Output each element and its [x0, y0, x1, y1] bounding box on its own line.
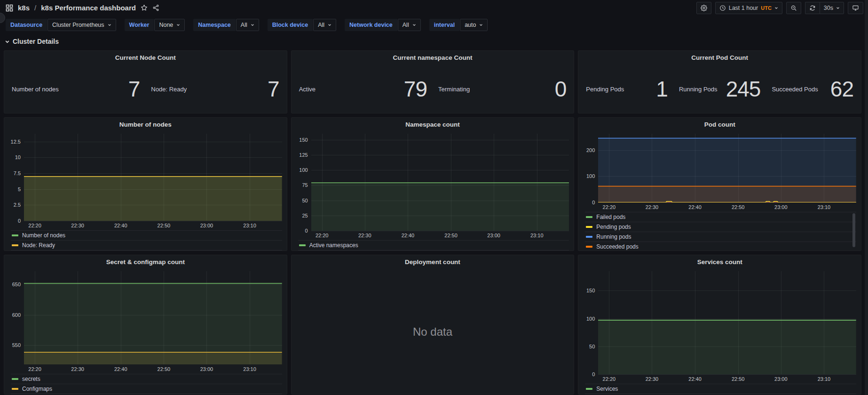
magnifier-minus-icon	[790, 5, 797, 11]
legend-item[interactable]: secrets	[11, 374, 282, 384]
section-collapse-icon	[5, 39, 10, 44]
x-axis-tick-label: 23:00	[774, 204, 788, 210]
plot-canvas[interactable]	[24, 134, 282, 221]
legend-swatch	[586, 388, 592, 390]
x-axis-tick-label: 23:10	[530, 233, 544, 238]
breadcrumb-app[interactable]: k8s	[18, 4, 30, 12]
panel-title[interactable]: Current Pod Count	[578, 51, 861, 65]
plot-area: 02.557.51012.5	[7, 134, 282, 221]
stat-label: Succeeded Pods	[772, 86, 818, 93]
dashboard-grid: Current Node Count Number of nodes 7 Nod…	[0, 50, 868, 395]
panel-title[interactable]: Pod count	[578, 118, 861, 132]
x-axis-tick-label: 22:20	[28, 366, 41, 372]
plot-canvas[interactable]	[598, 271, 856, 374]
plot-canvas[interactable]	[598, 134, 856, 202]
var-value-network-device[interactable]: All	[398, 19, 421, 31]
time-range-button[interactable]: Last 1 hour UTC	[715, 2, 782, 14]
x-axis-tick-label: 22:30	[71, 366, 84, 372]
chevron-down-icon	[479, 23, 483, 27]
plot-canvas[interactable]	[311, 134, 569, 231]
timeseries-chart: 02.557.51012.522:2022:3022:4022:5023:002…	[4, 132, 287, 250]
x-axis-tick-label: 22:40	[688, 204, 702, 210]
zoom-out-button[interactable]	[786, 2, 801, 14]
favorite-star-button[interactable]	[141, 4, 148, 11]
share-button[interactable]	[152, 4, 159, 11]
var-label-network-device: Network device	[345, 19, 397, 31]
panel-title[interactable]: Current Node Count	[4, 51, 287, 65]
var-value-datasource[interactable]: Cluster Prometheus	[47, 19, 116, 31]
legend-swatch	[299, 244, 306, 246]
panel-current-node-count: Current Node Count Number of nodes 7 Nod…	[4, 50, 287, 113]
tv-kiosk-button[interactable]	[848, 2, 863, 14]
section-cluster-details[interactable]: Cluster Details	[0, 34, 868, 50]
y-axis: 02.557.51012.5	[7, 134, 24, 221]
legend-item[interactable]: Succeeded pods	[585, 242, 856, 251]
panel-number-of-nodes: Number of nodes 02.557.51012.522:2022:30…	[4, 117, 287, 251]
refresh-interval-dropdown[interactable]: 30s	[820, 2, 844, 14]
legend-item[interactable]: Configmaps	[11, 384, 282, 394]
gear-icon	[701, 5, 707, 11]
legend-item[interactable]: Failed pods	[585, 212, 856, 222]
y-axis-tick-label: 50	[589, 344, 595, 349]
legend-label: Active namespaces	[309, 242, 358, 249]
y-axis-tick-label: 550	[12, 342, 21, 348]
y-axis-tick-label: 75	[302, 182, 308, 188]
stat-label: Node: Ready	[151, 86, 187, 93]
breadcrumb-dashboard-title[interactable]: k8s Performance dashboard	[41, 4, 136, 12]
panel-services-count: Services count 05010015022:2022:3022:402…	[578, 255, 861, 395]
x-axis-tick-label: 23:00	[487, 233, 500, 238]
panel-pod-count: Pod count 010020022:2022:3022:4022:5023:…	[578, 117, 861, 251]
legend-label: Configmaps	[22, 386, 52, 392]
legend-swatch	[12, 234, 18, 236]
plot-canvas[interactable]	[24, 271, 282, 364]
plot-area: 550600650	[7, 271, 282, 364]
legend: Active namespaces	[298, 240, 569, 250]
legend-item[interactable]: Services	[585, 384, 856, 394]
var-value-namespace[interactable]: All	[236, 19, 259, 31]
dashboard-settings-button[interactable]	[696, 2, 711, 14]
clock-icon	[719, 5, 726, 11]
legend-item[interactable]: Number of nodes	[11, 230, 282, 240]
var-value-block-device[interactable]: All	[313, 19, 336, 31]
apps-grid-icon[interactable]	[6, 4, 13, 12]
panel-title[interactable]: Secret & configmap count	[4, 255, 287, 269]
x-axis-tick-label: 22:20	[28, 223, 41, 228]
timeseries-chart: 55060065022:2022:3022:4022:5023:0023:10s…	[4, 269, 287, 394]
x-axis-tick-label: 23:00	[774, 376, 788, 382]
refresh-icon	[809, 5, 816, 11]
legend-item[interactable]: Pending pods	[585, 222, 856, 232]
chevron-down-icon	[108, 23, 111, 27]
x-axis-tick-label: 22:20	[603, 376, 616, 382]
stat-value: 7	[128, 78, 140, 100]
panel-title[interactable]: Number of nodes	[4, 118, 287, 132]
panel-title[interactable]: Namespace count	[292, 118, 574, 132]
series-svg	[598, 271, 856, 374]
y-axis-tick-label: 2.5	[14, 202, 21, 208]
x-axis-tick-label: 22:30	[358, 233, 371, 238]
legend-item[interactable]: Node: Ready	[11, 240, 282, 250]
x-axis-tick-label: 22:50	[158, 366, 171, 372]
y-axis-tick-label: 125	[299, 152, 308, 158]
legend-item[interactable]: Running pods	[585, 232, 856, 242]
panel-title[interactable]: Deployment count	[292, 255, 574, 269]
plot-area: 0255075100125150	[294, 134, 569, 231]
series-area	[598, 320, 856, 374]
y-axis-tick-label: 100	[586, 173, 595, 179]
series-area	[24, 177, 282, 221]
x-axis-tick-label: 22:50	[444, 233, 458, 238]
legend-scrollbar-thumb[interactable]	[852, 213, 855, 247]
refresh-button[interactable]	[805, 2, 820, 14]
var-value-interval[interactable]: auto	[460, 19, 488, 31]
x-axis: 22:2022:3022:4022:5023:0023:10	[598, 374, 856, 384]
legend-label: secrets	[22, 376, 40, 382]
panel-title[interactable]: Services count	[578, 255, 861, 269]
panel-title[interactable]: Current namespace Count	[292, 51, 574, 65]
var-value-worker[interactable]: None	[154, 19, 185, 31]
stat-value: 245	[726, 78, 761, 100]
stat-label: Active	[299, 86, 316, 93]
legend-item[interactable]: Active namespaces	[298, 240, 569, 250]
legend-label: Node: Ready	[22, 242, 55, 249]
chevron-down-icon	[176, 23, 180, 27]
page-scrollbar[interactable]	[865, 0, 868, 395]
legend-swatch	[12, 244, 18, 246]
